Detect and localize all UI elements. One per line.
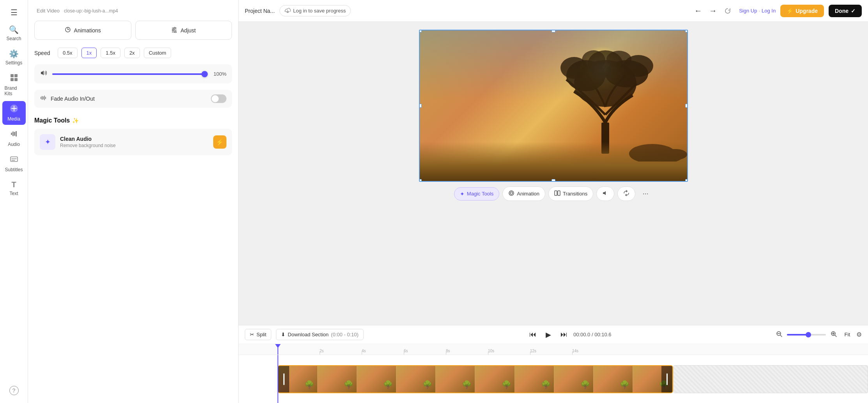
svg-rect-25	[45, 97, 46, 99]
sidebar-item-label: Settings	[5, 60, 22, 66]
sidebar-item-media[interactable]: Media	[2, 101, 26, 125]
speed-1.5x-btn[interactable]: 1.5x	[101, 48, 120, 58]
undo-btn[interactable]: ←	[691, 4, 705, 18]
sidebar-item-brand-kits[interactable]: Brand Kits	[2, 70, 26, 99]
video-toolbar: ✦ Magic Tools Animation	[454, 186, 652, 201]
download-section-btn[interactable]: ⬇ Download Section (0:00 - 0:10)	[276, 329, 364, 340]
speed-1x-btn[interactable]: 1x	[81, 48, 97, 58]
svg-rect-40	[667, 158, 668, 162]
vt-more-btn[interactable]: ···	[638, 187, 652, 201]
timeline-settings-btn[interactable]: ⚙	[856, 331, 862, 338]
save-progress-btn[interactable]: Log in to save progress	[279, 5, 351, 16]
svg-point-34	[582, 50, 605, 70]
rewind-btn[interactable]: ⏮	[527, 328, 539, 341]
svg-rect-22	[42, 96, 42, 100]
volume-slider[interactable]	[52, 73, 208, 75]
fade-audio-label: Fade Audio In/Out	[51, 96, 95, 102]
track-right-handle[interactable]	[661, 366, 672, 392]
text-icon: T	[11, 180, 16, 189]
clean-audio-card: ✦ Clean Audio Remove background noise ⚡	[34, 129, 232, 155]
svg-rect-9	[14, 132, 15, 136]
fade-audio-toggle[interactable]	[211, 94, 226, 103]
clean-audio-subtitle: Remove background noise	[60, 143, 209, 148]
sidebar-item-audio[interactable]: Audio	[2, 126, 26, 150]
svg-rect-44	[558, 191, 560, 195]
resize-handle-br[interactable]	[685, 179, 688, 182]
clean-audio-upgrade-btn[interactable]: ⚡	[213, 135, 226, 149]
refresh-btn[interactable]	[721, 4, 734, 18]
svg-rect-3	[14, 78, 18, 81]
ruler-14s: 14s	[572, 349, 578, 353]
distant-trees	[420, 138, 687, 162]
ruler-2s: 2s	[320, 349, 324, 353]
svg-rect-1	[14, 74, 18, 77]
volume-row: 100%	[34, 64, 232, 83]
main-area: Project Na... Log in to save progress ← …	[239, 0, 868, 403]
track-frame-7: 🌳	[515, 366, 554, 392]
resize-handle-tr[interactable]	[685, 30, 688, 32]
playback-controls: ⏮ ▶ ⏭ 00:00.0 / 00:10.6	[527, 328, 612, 341]
volume-icon[interactable]	[40, 69, 48, 79]
sidebar-item-help[interactable]: ?	[2, 383, 26, 398]
project-name[interactable]: Project Na...	[245, 8, 275, 14]
media-plus-icon	[10, 104, 18, 115]
vt-volume-btn[interactable]	[596, 186, 614, 201]
play-btn[interactable]: ▶	[542, 328, 555, 341]
upgrade-btn[interactable]: ⚡ Upgrade	[780, 5, 824, 17]
vt-magic-tools-btn[interactable]: ✦ Magic Tools	[454, 187, 499, 201]
clean-audio-text: Clean Audio Remove background noise	[60, 136, 209, 148]
svg-point-42	[510, 192, 513, 194]
ruler-6s: 6s	[404, 349, 408, 353]
resize-handle-mr[interactable]	[685, 104, 688, 108]
speed-label: Speed	[34, 50, 54, 56]
speed-custom-btn[interactable]: Custom	[144, 48, 171, 58]
track-frame-3: 🌳	[357, 366, 396, 392]
playhead-triangle	[275, 344, 281, 348]
zoom-in-btn[interactable]	[829, 329, 838, 340]
resize-handle-tm[interactable]	[552, 30, 555, 32]
vt-loop-btn[interactable]	[617, 186, 635, 201]
resize-handle-bl[interactable]	[419, 179, 422, 182]
sidebar-item-label: Media	[7, 116, 20, 122]
settings-icon: ⚙️	[9, 49, 19, 59]
zoom-slider[interactable]	[787, 334, 826, 336]
done-btn[interactable]: Done ✓	[829, 5, 862, 17]
topbar: Project Na... Log in to save progress ← …	[239, 0, 868, 22]
hatched-area	[673, 365, 868, 393]
fast-forward-btn[interactable]: ⏭	[558, 328, 570, 341]
transitions-vt-icon	[554, 190, 560, 197]
loop-vt-icon	[623, 190, 629, 197]
sidebar-item-subtitles[interactable]: Subtitles	[2, 152, 26, 176]
tab-animations[interactable]: Animations	[34, 21, 131, 40]
vt-transitions-btn[interactable]: Transitions	[548, 186, 593, 201]
sidebar-item-settings[interactable]: ⚙️ Settings	[2, 46, 26, 69]
video-container[interactable]	[419, 30, 688, 182]
split-btn[interactable]: ✂ Split	[245, 329, 271, 340]
brand-kits-icon	[10, 73, 18, 84]
redo-btn[interactable]: →	[706, 4, 720, 18]
track-frame-9: 🌳	[594, 366, 633, 392]
vt-animation-btn[interactable]: Animation	[502, 186, 545, 201]
speed-2x-btn[interactable]: 2x	[124, 48, 140, 58]
track-left-handle[interactable]	[278, 366, 289, 392]
volume-percentage: 100%	[212, 71, 226, 77]
timeline: ✂ Split ⬇ Download Section (0:00 - 0:10)…	[239, 325, 868, 403]
speed-0.5x-btn[interactable]: 0.5x	[58, 48, 78, 58]
tab-adjust[interactable]: Adjust	[135, 21, 232, 40]
sidebar-menu-toggle[interactable]: ☰	[2, 5, 26, 20]
resize-handle-tl[interactable]	[419, 30, 422, 32]
zoom-out-btn[interactable]	[774, 329, 784, 340]
current-time: 00:00.0 / 00:10.6	[573, 332, 612, 337]
svg-rect-24	[44, 96, 45, 100]
ruler-8s: 8s	[446, 349, 450, 353]
track-frame-6: 🌳	[475, 366, 514, 392]
sidebar-item-text[interactable]: T Text	[2, 177, 26, 199]
resize-handle-ml[interactable]	[419, 104, 422, 108]
sidebar-item-search[interactable]: 🔍 Search	[2, 22, 26, 44]
signup-link[interactable]: Sign Up	[739, 8, 757, 14]
login-link[interactable]: Log In	[762, 8, 776, 14]
sidebar-item-label: Search	[6, 36, 21, 41]
resize-handle-bm[interactable]	[552, 179, 555, 182]
fit-btn[interactable]: Fit	[841, 330, 853, 339]
video-track-strip[interactable]: 🌳 🌳 🌳 🌳 🌳 🌳 🌳	[278, 365, 673, 393]
